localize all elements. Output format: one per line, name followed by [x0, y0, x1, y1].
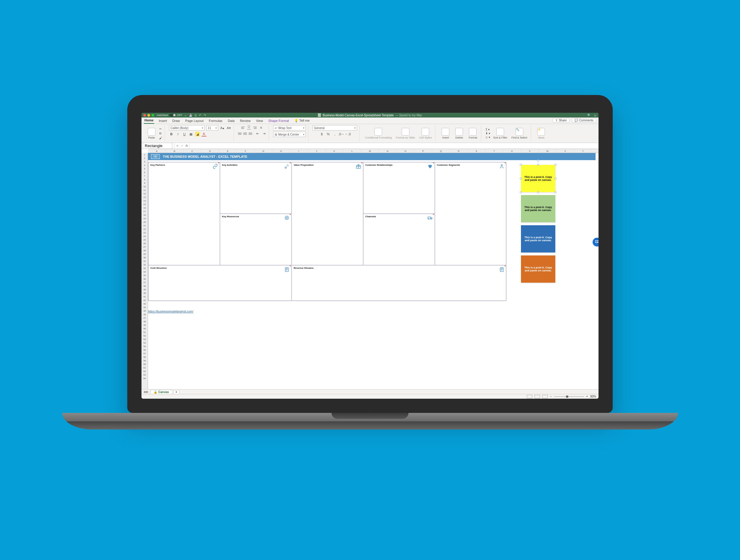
font-color-icon[interactable]: A: [202, 132, 206, 136]
paste-button[interactable]: Paste: [146, 127, 158, 140]
minimize-icon[interactable]: [148, 114, 150, 117]
bold-button[interactable]: B: [169, 132, 174, 136]
share-button[interactable]: ⇪ Share: [553, 118, 569, 122]
increase-decimal-icon[interactable]: .0→: [339, 132, 344, 136]
zoom-icon[interactable]: [152, 114, 154, 117]
zoom-in-button[interactable]: +: [586, 395, 588, 398]
tab-view[interactable]: View: [256, 118, 264, 124]
key-activities-cell[interactable]: Key Activities: [220, 162, 292, 214]
sheet-content[interactable]: ☐☐ THE BUSINESS MODEL ANALYST - EXCEL TE…: [148, 153, 598, 389]
number-format-combo[interactable]: General▾: [312, 125, 357, 130]
tab-page-layout[interactable]: Page Layout: [185, 118, 204, 124]
decrease-indent-icon[interactable]: ⇤: [255, 131, 260, 136]
currency-icon[interactable]: $: [319, 132, 324, 136]
document-title: Business-Model-Canvas-Excel-Spreadsheet-…: [318, 113, 422, 117]
column-headers[interactable]: ABCDEFGHIJKLMNOPQRSTUVWXYZAAAB: [148, 149, 598, 153]
source-link[interactable]: https://businessmodelanalyst.com/: [148, 310, 193, 313]
find-select-button[interactable]: 🔍Find & Select: [510, 127, 529, 140]
wrap-text-button[interactable]: ↩ Wrap Text▾: [273, 125, 306, 130]
cancel-formula-icon[interactable]: ✕: [175, 144, 180, 148]
name-box[interactable]: [143, 143, 172, 149]
sort-filter-button[interactable]: Sort & Filter: [492, 127, 508, 140]
tab-insert[interactable]: Insert: [158, 118, 168, 124]
increase-font-icon[interactable]: A▴: [220, 125, 225, 130]
fill-icon[interactable]: ⬇ ▾: [485, 132, 490, 135]
key-partners-cell[interactable]: Key Partners: [148, 162, 220, 265]
postit-green[interactable]: This is a post-it. Copy and paste on can…: [521, 195, 555, 222]
window-controls[interactable]: [143, 114, 154, 117]
underline-button[interactable]: U: [182, 132, 187, 136]
autosave-toggle[interactable]: AutoSave OFF: [157, 114, 182, 117]
fill-color-icon[interactable]: ◢: [195, 132, 200, 136]
font-name-combo[interactable]: Calibri (Body)▾: [169, 125, 204, 130]
postit-yellow[interactable]: This is a post-it. Copy and paste on can…: [521, 165, 555, 192]
ideas-button[interactable]: ⚡Ideas: [535, 127, 547, 140]
undo-icon[interactable]: ↶: [199, 114, 201, 117]
comments-button[interactable]: 💬 Comments: [572, 118, 596, 122]
page-layout-view-icon[interactable]: [535, 395, 540, 398]
zoom-level[interactable]: 90%: [590, 395, 596, 398]
postit-orange[interactable]: This is a post-it. Copy and paste on can…: [521, 256, 555, 283]
zoom-slider[interactable]: [554, 396, 584, 397]
clear-icon[interactable]: ◇ ▾: [485, 135, 490, 139]
cells-delete-button[interactable]: Delete: [453, 127, 465, 140]
decrease-decimal-icon[interactable]: ←.0: [346, 132, 350, 136]
cell-styles-button[interactable]: Cell Styles: [418, 127, 433, 140]
orientation-icon[interactable]: ⤭: [258, 125, 263, 130]
tab-formulas[interactable]: Formulas: [208, 118, 223, 124]
font-size-combo[interactable]: 11▾: [206, 125, 218, 130]
normal-view-icon[interactable]: [527, 395, 532, 398]
increase-indent-icon[interactable]: ⇥: [262, 131, 266, 136]
page-break-view-icon[interactable]: [542, 395, 548, 398]
customer-segments-cell[interactable]: Customer Segments: [435, 162, 506, 265]
cut-icon[interactable]: ✂: [159, 127, 162, 130]
format-as-table-button[interactable]: Format as Table: [395, 127, 416, 140]
autosum-icon[interactable]: Σ ▾: [485, 128, 490, 131]
decrease-font-icon[interactable]: A▾: [226, 125, 231, 130]
switch-icon[interactable]: [169, 114, 176, 117]
zoom-out-button[interactable]: −: [550, 395, 552, 398]
format-painter-icon[interactable]: 🖌: [159, 136, 162, 140]
rotate-handle-icon: [537, 160, 539, 162]
comma-icon[interactable]: ,: [333, 132, 337, 136]
tab-nav-next-icon[interactable]: ▶: [146, 390, 149, 393]
close-icon[interactable]: [143, 114, 146, 117]
formula-input[interactable]: [189, 143, 598, 149]
key-resources-cell[interactable]: Key Resources: [220, 214, 292, 265]
print-icon[interactable]: ⎙: [195, 114, 197, 117]
conditional-formatting-button[interactable]: Conditional Formatting: [364, 127, 393, 140]
percent-icon[interactable]: %: [326, 132, 331, 136]
vertical-align-group[interactable]: [241, 125, 257, 130]
value-proposition-cell[interactable]: Value Proposition: [292, 162, 363, 265]
horizontal-align-group[interactable]: [238, 131, 253, 135]
row-headers[interactable]: 1234567891011121314151617181920212223242…: [142, 153, 148, 389]
tell-me[interactable]: 💡 Tell me: [294, 117, 310, 124]
postit-blue[interactable]: This is a post-it. Copy and paste on can…: [521, 225, 555, 253]
italic-button[interactable]: I: [176, 132, 180, 136]
fx-icon[interactable]: fx: [184, 144, 189, 148]
save-icon[interactable]: 💾: [189, 114, 192, 117]
customer-relationships-cell[interactable]: Customer Relationships: [363, 162, 435, 214]
tab-shape-format[interactable]: Shape Format: [268, 118, 289, 124]
cells-format-button[interactable]: Format: [467, 127, 479, 140]
bma-logo-icon: ☐☐: [151, 154, 160, 159]
search-icon[interactable]: 🔍: [587, 114, 591, 117]
enter-formula-icon[interactable]: ✓: [180, 144, 184, 148]
redo-icon[interactable]: ↷: [204, 114, 206, 117]
copy-icon[interactable]: ⧉: [159, 132, 162, 135]
tab-nav-prev-icon[interactable]: ◀: [143, 390, 146, 393]
channels-cell[interactable]: Channels: [363, 214, 435, 265]
sheet-tab-canvas[interactable]: 🔒 Canvas: [150, 390, 172, 394]
cost-structure-cell[interactable]: Cost Structure: [148, 265, 292, 301]
tab-draw[interactable]: Draw: [172, 118, 181, 124]
border-icon[interactable]: ▦: [189, 132, 193, 136]
merge-center-button[interactable]: ⊞ Merge & Center▾: [273, 132, 306, 137]
add-sheet-button[interactable]: +: [173, 390, 179, 394]
feedback-icon[interactable]: ☺: [594, 114, 597, 117]
tab-review[interactable]: Review: [240, 118, 251, 124]
cells-insert-button[interactable]: Insert: [440, 127, 451, 140]
home-icon[interactable]: ⌂: [185, 114, 186, 117]
revenue-streams-cell[interactable]: Revenue Streams: [292, 265, 506, 301]
tab-home[interactable]: Home: [144, 117, 154, 124]
tab-data[interactable]: Data: [227, 118, 235, 124]
